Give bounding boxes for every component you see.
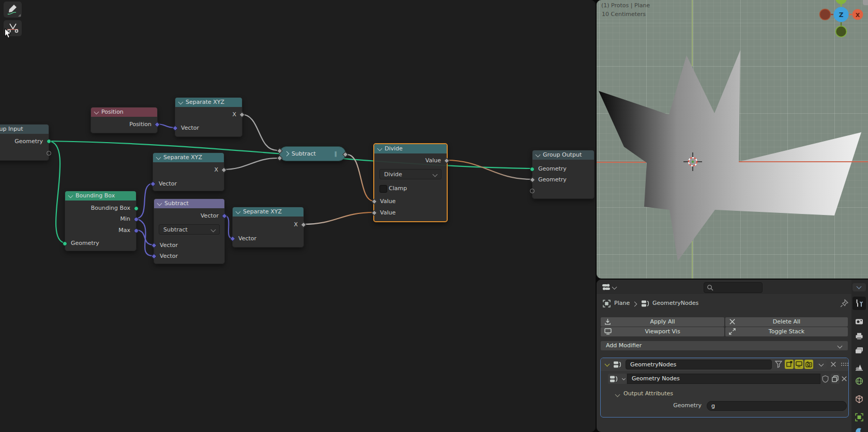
expand-chevron-icon[interactable] <box>284 151 290 156</box>
gizmo-neg-y-axis[interactable] <box>836 26 847 37</box>
modifier-header[interactable]: GeometryNodes <box>601 358 848 371</box>
collapse-chevron-icon[interactable] <box>157 201 162 206</box>
geometry-attribute-input[interactable]: g <box>707 401 847 411</box>
output-attributes-section[interactable]: Output Attributes <box>623 390 673 397</box>
socket-label: Value <box>380 197 395 206</box>
fake-user-shield-icon[interactable] <box>822 375 829 383</box>
section-chevron-icon[interactable] <box>615 392 620 397</box>
gizmo-x-label: X <box>856 12 860 19</box>
modifier-name-value: GeometryNodes <box>630 361 676 368</box>
apply-all-button[interactable]: Apply All <box>601 317 724 327</box>
collapse-chevron-icon[interactable] <box>94 110 99 115</box>
delete-modifier-icon[interactable] <box>830 361 836 367</box>
node-separate-xyz-1[interactable]: Separate XYZ X Vector <box>175 97 242 137</box>
browse-chevron-icon <box>622 377 626 380</box>
collapse-chevron-icon[interactable] <box>536 152 541 158</box>
tab-output[interactable] <box>852 330 866 343</box>
breadcrumb-object[interactable]: Plane <box>614 300 630 306</box>
tab-view-layer[interactable] <box>852 345 866 357</box>
output-socket-min[interactable] <box>134 217 139 222</box>
monitor-icon <box>796 361 802 367</box>
editor-type-chevron-icon[interactable] <box>612 285 617 290</box>
edit-mode-toggle[interactable] <box>785 360 794 369</box>
node-title: Position <box>101 109 124 115</box>
properties-editor[interactable]: Plane GeometryNodes Apply All Delete All… <box>597 280 868 432</box>
geometry-node-editor[interactable]: Group Input Geometry Position Position S… <box>0 0 596 432</box>
on-cage-toggle-icon[interactable] <box>774 361 783 368</box>
virtual-input-socket[interactable] <box>530 189 535 193</box>
annotate-tool-button[interactable] <box>4 2 22 18</box>
node-vector-subtract[interactable]: Subtract Vector Subtract Vector Vector <box>154 198 225 264</box>
collapse-chevron-icon[interactable] <box>68 193 73 198</box>
gizmo-neg-x-axis[interactable] <box>820 9 831 20</box>
breadcrumb-modifier[interactable]: GeometryNodes <box>652 300 698 306</box>
collapse-chevron-icon[interactable] <box>156 155 161 160</box>
modifier-extras-dropdown[interactable] <box>816 360 827 369</box>
input-socket-geometry-1[interactable] <box>530 167 535 172</box>
operation-dropdown[interactable]: Subtract <box>159 224 220 235</box>
node-group-output[interactable]: Group Output Geometry Geometry <box>532 150 595 199</box>
node-separate-xyz-2[interactable]: Separate XYZ X Vector <box>153 152 224 191</box>
collapse-chevron-icon[interactable] <box>178 100 184 105</box>
properties-tab-strip <box>851 280 868 432</box>
node-tree-icon <box>641 300 649 307</box>
operation-dropdown[interactable]: Divide <box>379 169 441 179</box>
node-title[interactable]: Group Input <box>0 125 49 134</box>
properties-header <box>597 280 851 294</box>
socket-label: X <box>232 110 236 119</box>
tab-tool[interactable] <box>852 297 866 310</box>
modifier-name-field[interactable]: GeometryNodes <box>626 360 772 369</box>
add-modifier-button[interactable]: Add Modifier <box>601 341 848 350</box>
unlink-node-group-icon[interactable] <box>841 376 847 382</box>
viewport-corner-widget[interactable] <box>863 0 868 5</box>
socket-label: Value <box>425 156 441 165</box>
tab-render[interactable] <box>852 316 866 328</box>
breadcrumb-separator-icon <box>632 302 637 307</box>
tab-world[interactable] <box>852 375 866 387</box>
node-group-input[interactable]: Group Input Geometry <box>0 124 49 161</box>
navigation-gizmo[interactable]: Z X <box>818 0 868 39</box>
world-globe-icon <box>855 377 863 385</box>
drag-handle[interactable] <box>841 362 849 366</box>
socket-label: Vector <box>159 179 177 189</box>
render-toggle[interactable] <box>804 360 813 369</box>
toggle-stack-button[interactable]: Toggle Stack <box>725 327 848 336</box>
tab-object[interactable] <box>852 393 866 405</box>
socket-label: Vector <box>160 252 178 261</box>
node-math-subtract-collapsed[interactable]: Subtract ‖ <box>279 146 346 161</box>
input-socket-geometry[interactable] <box>63 241 67 246</box>
realtime-toggle[interactable] <box>795 360 803 369</box>
delete-all-button[interactable]: Delete All <box>725 317 848 327</box>
gizmo-y-axis[interactable] <box>835 0 847 4</box>
copy-node-group-button[interactable] <box>831 374 840 384</box>
node-group-name-field[interactable]: Geometry Nodes <box>627 374 820 384</box>
pin-icon[interactable] <box>840 299 848 307</box>
object-box-icon <box>855 395 863 404</box>
render-camera-icon <box>855 318 863 326</box>
node-group-browse-button[interactable] <box>608 374 627 384</box>
output-socket-max[interactable] <box>134 228 139 233</box>
collapse-chevron-icon[interactable] <box>377 146 383 151</box>
tab-object-data[interactable] <box>852 411 866 423</box>
plane-mesh-object[interactable] <box>597 0 868 279</box>
apply-icon <box>604 318 611 325</box>
collapse-chevron-icon[interactable] <box>236 209 241 214</box>
node-title: Subtract <box>164 200 189 207</box>
tab-options-dropdown[interactable] <box>852 283 866 291</box>
properties-search-input[interactable] <box>704 282 763 293</box>
virtual-output-socket[interactable] <box>47 151 51 156</box>
node-math-divide[interactable]: Divide Value Divide Clamp Value Value <box>373 143 448 222</box>
properties-editor-type-icon[interactable] <box>602 283 611 291</box>
output-socket-geometry[interactable] <box>47 139 51 144</box>
viewport-3d[interactable]: (1) Protos | Plane 10 Centimeters Z X <box>597 0 868 279</box>
tab-scene[interactable] <box>852 361 866 374</box>
panel-expand-chevron-icon[interactable] <box>605 362 610 367</box>
printer-icon <box>855 332 863 340</box>
viewport-vis-button[interactable]: Viewport Vis <box>601 327 724 336</box>
tab-physics[interactable] <box>852 425 866 432</box>
modifier-panel-geometrynodes[interactable]: GeometryNodes <box>600 358 849 418</box>
node-bounding-box[interactable]: Bounding Box Bounding Box Min Max Geomet… <box>65 191 136 251</box>
output-socket-bounding-box[interactable] <box>134 206 139 211</box>
node-position[interactable]: Position Position <box>90 107 158 133</box>
node-separate-xyz-3[interactable]: Separate XYZ X Vector <box>232 207 304 248</box>
